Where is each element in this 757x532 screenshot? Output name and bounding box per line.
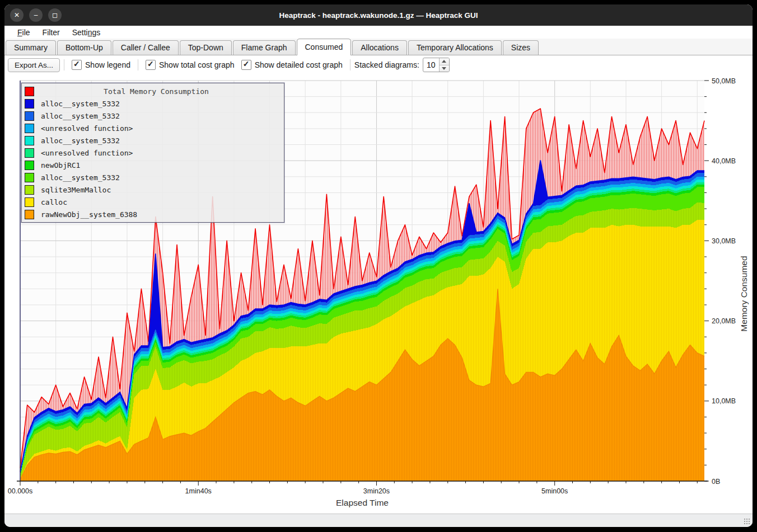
tab-consumed[interactable]: Consumed bbox=[297, 39, 352, 55]
legend-swatch-icon bbox=[25, 124, 34, 133]
legend-label: alloc__system_5332 bbox=[34, 100, 120, 108]
legend-swatch-icon bbox=[25, 185, 34, 195]
legend-label: alloc__system_5332 bbox=[34, 136, 120, 145]
checkbox-check-icon[interactable] bbox=[146, 60, 156, 70]
x-tick-label: 1min40s bbox=[185, 487, 212, 495]
legend-item[interactable]: calloc bbox=[22, 196, 284, 208]
tab-allocations[interactable]: Allocations bbox=[352, 40, 407, 55]
legend-swatch-icon bbox=[25, 161, 34, 170]
legend-item[interactable]: <unresolved function> bbox=[22, 147, 284, 159]
stacked-diagrams-control: Stacked diagrams: 10 bbox=[354, 58, 450, 72]
y-tick-label: 40,0MB bbox=[712, 157, 736, 165]
tab-caller-callee[interactable]: Caller / Callee bbox=[113, 40, 179, 55]
spinbox-up-button[interactable] bbox=[440, 58, 449, 65]
menu-file[interactable]: File bbox=[12, 27, 35, 37]
spinbox-down-button[interactable] bbox=[440, 65, 449, 72]
x-tick-label: 3min20s bbox=[363, 487, 390, 495]
y-tick-label: 10,0MB bbox=[712, 397, 736, 405]
window-controls: ✕ – ◻ bbox=[10, 8, 62, 22]
checkbox-label: Show total cost graph bbox=[159, 60, 235, 69]
legend-label: alloc__system_5332 bbox=[34, 173, 120, 182]
legend-label: <unresolved function> bbox=[34, 149, 133, 157]
status-bar bbox=[4, 514, 753, 527]
tab-flame-graph[interactable]: Flame Graph bbox=[233, 40, 296, 55]
minimize-icon[interactable]: – bbox=[29, 8, 43, 22]
legend-swatch-icon bbox=[25, 210, 34, 219]
legend-label: calloc bbox=[34, 198, 67, 206]
tab-sizes[interactable]: Sizes bbox=[503, 40, 539, 55]
legend-label: alloc__system_5332 bbox=[34, 112, 120, 120]
tab-top-down[interactable]: Top-Down bbox=[180, 40, 232, 55]
checkbox-label: Show detailed cost graph bbox=[255, 60, 343, 69]
show-total-cost-checkbox[interactable]: Show total cost graph bbox=[146, 60, 235, 70]
app-window: ✕ – ◻ Heaptrack - heaptrack.wakunode.1.g… bbox=[4, 4, 753, 527]
close-icon[interactable]: ✕ bbox=[10, 8, 24, 22]
export-as-button[interactable]: Export As... bbox=[8, 58, 60, 72]
legend-item[interactable]: <unresolved function> bbox=[22, 122, 284, 134]
legend-swatch-icon bbox=[25, 197, 34, 207]
chart-region: 00.000s1min40s3min20s5min00s0B10,0MB20,0… bbox=[4, 74, 753, 514]
tab-temporary-allocations[interactable]: Temporary Allocations bbox=[408, 40, 502, 55]
legend-item[interactable]: rawNewObj__system_6388 bbox=[22, 208, 284, 220]
legend-label: rawNewObj__system_6388 bbox=[34, 210, 137, 219]
resize-grip[interactable] bbox=[744, 518, 751, 525]
y-axis-title: Memory Consumed bbox=[739, 286, 749, 301]
legend-swatch-icon bbox=[25, 111, 34, 121]
y-tick-label: 30,0MB bbox=[712, 237, 736, 245]
legend-swatch-icon bbox=[25, 136, 34, 145]
menu-filter[interactable]: Filter bbox=[38, 27, 65, 37]
x-axis-title: Elapsed Time bbox=[20, 498, 704, 508]
menu-settings[interactable]: Settings bbox=[67, 27, 106, 37]
legend-item[interactable]: newObjRC1 bbox=[22, 159, 284, 171]
toolbar-separator bbox=[350, 59, 351, 70]
legend-item[interactable]: Total Memory Consumption bbox=[22, 85, 284, 97]
legend-label: <unresolved function> bbox=[34, 124, 133, 133]
checkbox-check-icon[interactable] bbox=[72, 60, 82, 70]
tab-bar: Summary Bottom-Up Caller / Callee Top-Do… bbox=[4, 39, 753, 55]
stacked-diagrams-spinbox[interactable]: 10 bbox=[423, 58, 450, 72]
x-tick-label: 5min00s bbox=[541, 487, 568, 495]
tab-summary[interactable]: Summary bbox=[6, 40, 56, 55]
toolbar-separator bbox=[138, 59, 138, 70]
chart-legend: Total Memory Consumptionalloc__system_53… bbox=[21, 83, 284, 223]
legend-swatch-icon bbox=[25, 148, 34, 158]
window-title: Heaptrack - heaptrack.wakunode.1.gz — He… bbox=[4, 11, 753, 20]
legend-item[interactable]: alloc__system_5332 bbox=[22, 134, 284, 147]
show-legend-checkbox[interactable]: Show legend bbox=[72, 60, 130, 70]
legend-item[interactable]: sqlite3MemMalloc bbox=[22, 183, 284, 196]
toolbar-separator bbox=[64, 59, 64, 70]
legend-item[interactable]: alloc__system_5332 bbox=[22, 97, 284, 110]
checkbox-label: Show legend bbox=[85, 60, 130, 69]
legend-item[interactable]: alloc__system_5332 bbox=[22, 171, 284, 183]
stacked-diagrams-label: Stacked diagrams: bbox=[354, 60, 419, 69]
y-tick-label: 0B bbox=[712, 478, 720, 486]
chevron-up-icon bbox=[442, 60, 446, 63]
toolbar: Export As... Show legend Show total cost… bbox=[4, 55, 753, 74]
y-tick-label: 20,0MB bbox=[712, 317, 736, 325]
spinbox-value[interactable]: 10 bbox=[423, 58, 439, 72]
show-detailed-cost-checkbox[interactable]: Show detailed cost graph bbox=[241, 60, 343, 70]
legend-swatch-icon bbox=[25, 99, 34, 109]
title-bar: ✕ – ◻ Heaptrack - heaptrack.wakunode.1.g… bbox=[4, 4, 753, 26]
x-tick-label: 00.000s bbox=[8, 487, 32, 495]
maximize-icon[interactable]: ◻ bbox=[48, 8, 62, 22]
menu-bar: File Filter Settings bbox=[4, 26, 753, 39]
tab-bottom-up[interactable]: Bottom-Up bbox=[57, 40, 111, 55]
legend-label: sqlite3MemMalloc bbox=[34, 186, 111, 194]
legend-label: Total Memory Consumption bbox=[22, 87, 284, 96]
legend-label: newObjRC1 bbox=[34, 161, 80, 170]
chevron-down-icon bbox=[442, 67, 446, 70]
legend-item[interactable]: alloc__system_5332 bbox=[22, 110, 284, 122]
checkbox-check-icon[interactable] bbox=[241, 60, 251, 70]
legend-swatch-icon bbox=[25, 173, 34, 182]
y-tick-label: 50,0MB bbox=[712, 77, 736, 85]
